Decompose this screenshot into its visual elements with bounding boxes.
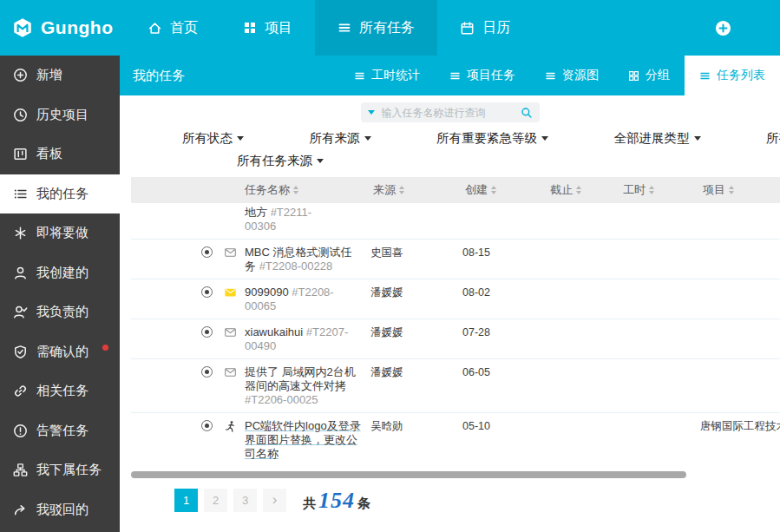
- col-task-name[interactable]: 任务名称: [242, 182, 370, 198]
- chevron-down-icon[interactable]: [368, 110, 375, 118]
- sidebar-item-rejected-by-me[interactable]: 我驳回的: [0, 490, 120, 530]
- sidebar-item-needs-confirmation[interactable]: 需确认的: [0, 332, 120, 372]
- filter-label: 所有: [766, 130, 780, 147]
- tab-work-hours[interactable]: 工时统计: [339, 56, 435, 95]
- chevron-down-icon: [541, 136, 548, 144]
- tab-label: 分组: [646, 68, 670, 83]
- sidebar-item-created-by-me[interactable]: 我创建的: [0, 253, 120, 293]
- page-button-3[interactable]: 3: [233, 489, 257, 512]
- col-project[interactable]: 项目: [700, 182, 780, 198]
- radio-button[interactable]: [201, 286, 213, 298]
- list-icon: [338, 21, 351, 35]
- radio-button[interactable]: [201, 326, 213, 338]
- nav-item-calendar[interactable]: 日历: [437, 0, 533, 56]
- page-button-2[interactable]: 2: [204, 489, 227, 512]
- filter-row-2: 所有任务来源: [120, 147, 780, 169]
- grid-outline-icon: [628, 70, 639, 82]
- search-row: [120, 95, 780, 122]
- home-icon: [147, 21, 162, 36]
- col-source[interactable]: 来源: [370, 182, 462, 198]
- mail-icon: [218, 325, 242, 338]
- shield-check-icon: [13, 345, 28, 359]
- sidebar-item-label: 我下属任务: [36, 462, 102, 478]
- task-title[interactable]: PC端软件内logo及登录界面图片替换，更改公司名称: [245, 419, 361, 460]
- col-label: 来源: [373, 182, 396, 198]
- search-input[interactable]: [380, 106, 515, 120]
- filter-truncated[interactable]: 所有: [766, 130, 780, 147]
- table-row[interactable]: 地方 #T2211-00306: [131, 203, 780, 240]
- nav-item-projects[interactable]: 项目: [220, 0, 315, 56]
- sort-icon: [491, 183, 496, 197]
- sort-icon: [399, 183, 404, 197]
- table-row[interactable]: 提供了 局域网内2台机器间的高速文件对拷 #T2206-00025 潘媛媛 06…: [131, 359, 780, 413]
- tab-resource-map[interactable]: 资源图: [530, 56, 613, 95]
- sidebar-item-label: 即将要做: [36, 225, 88, 241]
- task-created: 07-28: [462, 325, 547, 339]
- next-page-button[interactable]: ›: [263, 489, 286, 512]
- col-work-hours[interactable]: 工时: [620, 182, 700, 198]
- filter-progress-type[interactable]: 全部进展类型: [614, 130, 701, 147]
- sidebar-item-label: 需确认的: [36, 344, 88, 360]
- task-title[interactable]: 提供了 局域网内2台机器间的高速文件对拷: [245, 365, 356, 392]
- table-row[interactable]: MBC 消息格式测试任务 #T2208-00228 史国喜 08-15: [131, 240, 780, 279]
- task-created: 05-10: [462, 418, 547, 433]
- page-button-1[interactable]: 1: [174, 489, 198, 512]
- task-project: 唐钢国际工程技术有: [700, 418, 780, 433]
- main-area: 我的任务 工时统计 项目任务 资源图 分组: [120, 56, 780, 532]
- nav-item-all-tasks[interactable]: 所有任务: [315, 0, 437, 56]
- nav-item-home[interactable]: 首页: [125, 0, 220, 56]
- top-bar: Gungho 首页 项目 所有任务 日历: [0, 0, 780, 56]
- add-button[interactable]: [715, 20, 731, 36]
- table-row[interactable]: xiawukaihui #T2207-00490 潘媛媛 07-28: [131, 319, 780, 359]
- col-label: 任务名称: [245, 182, 290, 198]
- radio-button[interactable]: [201, 366, 213, 378]
- table-row[interactable]: PC端软件内logo及登录界面图片替换，更改公司名称 吴晗勋 05-10 唐钢国…: [131, 413, 780, 466]
- asterisk-icon: [13, 226, 28, 240]
- filter-label: 所有来源: [310, 130, 360, 147]
- task-title[interactable]: 9099090: [245, 286, 289, 299]
- filter-priority[interactable]: 所有重要紧急等级: [436, 130, 548, 147]
- table-row[interactable]: 9099090 #T2208-00065 潘媛媛 08-02: [131, 279, 780, 319]
- nav-label: 所有任务: [359, 19, 415, 37]
- task-id: #T2208-00228: [259, 259, 333, 273]
- radio-button[interactable]: [201, 420, 213, 431]
- radio-button[interactable]: [201, 246, 213, 258]
- col-created[interactable]: 创建: [462, 182, 547, 198]
- sidebar-item-label: 历史项目: [36, 107, 88, 123]
- filter-status[interactable]: 所有状态: [182, 130, 244, 147]
- task-source: 吴晗勋: [370, 418, 462, 433]
- sidebar-item-history-projects[interactable]: 历史项目: [0, 95, 120, 135]
- sidebar-item-responsible[interactable]: 我负责的: [0, 292, 120, 332]
- task-title[interactable]: xiawukaihui: [245, 325, 303, 338]
- sidebar-item-my-tasks[interactable]: 我的任务: [0, 174, 120, 214]
- sidebar-item-alert-tasks[interactable]: 告警任务: [0, 411, 120, 451]
- table-header: 任务名称 来源 创建 截止 工时 项目: [131, 177, 780, 203]
- tab-grouping[interactable]: 分组: [613, 56, 685, 95]
- alert-circle-icon: [13, 424, 28, 438]
- view-tabs: 工时统计 项目任务 资源图 分组 任务列表: [339, 56, 780, 95]
- sidebar-item-subordinate-tasks[interactable]: 我下属任务: [0, 450, 120, 490]
- runner-icon: [218, 418, 242, 433]
- sort-icon: [729, 183, 734, 197]
- col-label: 项目: [703, 182, 725, 198]
- sort-icon: [649, 183, 654, 197]
- filter-source[interactable]: 所有来源: [310, 130, 371, 147]
- sidebar-item-new[interactable]: 新增: [0, 56, 120, 95]
- sidebar-item-kanban[interactable]: 看板: [0, 135, 120, 174]
- task-source: 潘媛媛: [370, 365, 462, 379]
- sidebar-item-upcoming[interactable]: 即将要做: [0, 213, 120, 253]
- sub-header: 我的任务 工时统计 项目任务 资源图 分组: [120, 56, 780, 95]
- col-deadline[interactable]: 截止: [547, 182, 620, 198]
- sidebar-item-related-tasks[interactable]: 相关任务: [0, 371, 120, 411]
- filter-task-source[interactable]: 所有任务来源: [237, 153, 324, 169]
- task-created: 06-05: [462, 365, 547, 379]
- task-title[interactable]: 地方: [245, 206, 267, 219]
- top-nav: 首页 项目 所有任务 日历: [125, 0, 533, 56]
- tab-task-list[interactable]: 任务列表: [685, 56, 780, 95]
- list-icon: [354, 70, 365, 82]
- horizontal-scrollbar[interactable]: [131, 471, 686, 478]
- tab-project-tasks[interactable]: 项目任务: [435, 56, 530, 95]
- gungho-logo-icon: [11, 16, 34, 39]
- search-icon[interactable]: [521, 107, 533, 119]
- alert-dot: [102, 345, 108, 351]
